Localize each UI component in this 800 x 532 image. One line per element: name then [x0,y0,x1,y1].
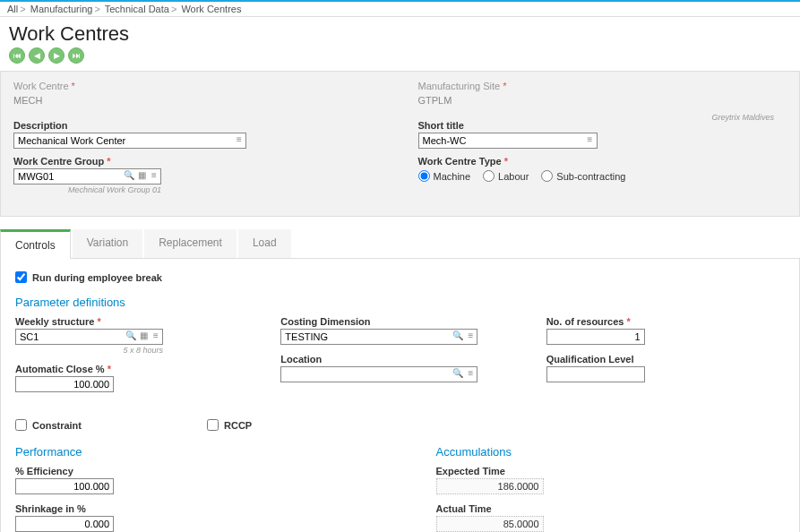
nores-input[interactable] [546,329,645,345]
section-accumulations: Accumulations [436,445,786,459]
location-label: Location [280,354,519,365]
lookup-icon[interactable]: ≡ [585,134,596,145]
section-performance: Performance [15,445,365,459]
costdim-label: Costing Dimension [280,316,519,327]
efficiency-input[interactable] [15,478,114,494]
actual-time-label: Actual Time [436,503,786,514]
breadcrumb-item[interactable]: All [7,4,18,14]
type-radio-labour[interactable]: Labour [483,170,529,182]
group-label: Work Centre Group * [13,156,383,167]
type-radio-machine[interactable]: Machine [418,170,471,182]
nores-label: No. of resources * [546,316,785,327]
type-radio-sub[interactable]: Sub-contracting [541,170,625,182]
tabs: Controls Variation Replacement Load [0,229,800,259]
rccp-checkbox[interactable]: RCCP [207,419,252,431]
tab-variation[interactable]: Variation [73,229,142,258]
short-title-input[interactable] [418,133,598,149]
search-icon[interactable]: 🔍 [452,368,463,379]
search-icon[interactable]: 🔍 [452,330,463,341]
next-record-button[interactable]: ▶ [48,47,65,64]
breadcrumb-item[interactable]: Technical Data [105,4,169,14]
qual-input[interactable] [546,366,645,382]
menu-icon[interactable]: ≡ [149,170,159,181]
description-input[interactable] [13,133,246,149]
list-icon[interactable]: ▦ [138,330,149,341]
breadcrumb-item[interactable]: Work Centres [181,4,241,14]
qual-label: Qualification Level [546,354,785,365]
location-input[interactable] [280,366,477,382]
autoclose-input[interactable] [15,376,114,392]
work-centre-label: Work Centre * [13,81,383,91]
description-label: Description [13,120,383,131]
breadcrumb-bar: All> Manufacturing> Technical Data> Work… [0,0,800,17]
tab-controls[interactable]: Controls [0,229,71,259]
weekly-label: Weekly structure * [15,316,254,327]
shrinkage-input[interactable] [15,516,114,532]
tab-load[interactable]: Load [238,229,291,258]
expected-time-value: 186.0000 [436,478,544,494]
weekly-helper: 5 x 8 hours [15,346,163,355]
search-icon[interactable]: 🔍 [125,330,136,341]
section-parameter-definitions: Parameter definitions [15,296,785,309]
page-title: Work Centres [0,17,800,47]
menu-icon[interactable]: ≡ [465,330,476,341]
autoclose-label: Automatic Close % * [15,364,254,374]
work-centre-value: MECH [13,93,383,113]
tab-body-controls: Run during employee break Parameter defi… [0,259,800,532]
run-during-break-checkbox[interactable]: Run during employee break [15,271,785,283]
site-label: Manufacturing Site * [418,81,787,91]
constraint-checkbox[interactable]: Constraint [15,419,82,431]
menu-icon[interactable]: ≡ [465,368,476,379]
breadcrumb-item[interactable]: Manufacturing [30,4,93,14]
shrinkage-label: Shrinkage in % [15,503,365,514]
type-label: Work Centre Type * [418,156,787,167]
list-icon[interactable]: ▦ [136,170,147,181]
tab-replacement[interactable]: Replacement [144,229,237,258]
site-helper: Greytrix Maldives [711,113,774,122]
header-panel: Work Centre * MECH Description ≡ Work Ce… [0,71,800,217]
expected-time-label: Expected Time [436,466,786,476]
prev-record-button[interactable]: ◀ [29,47,45,64]
breadcrumb: All> Manufacturing> Technical Data> Work… [7,4,793,14]
last-record-button[interactable]: ⏭ [68,47,84,64]
costdim-input[interactable] [280,329,477,345]
first-record-button[interactable]: ⏮ [9,47,25,64]
lookup-icon[interactable]: ≡ [234,134,245,145]
efficiency-label: % Efficiency [15,466,365,476]
search-icon[interactable]: 🔍 [124,170,134,181]
site-value: GTPLM [418,93,787,113]
actual-time-value: 85.0000 [436,516,544,532]
record-nav: ⏮ ◀ ▶ ⏭ [0,47,800,71]
group-helper: Mechnical Work Group 01 [13,185,161,194]
menu-icon[interactable]: ≡ [151,330,161,341]
